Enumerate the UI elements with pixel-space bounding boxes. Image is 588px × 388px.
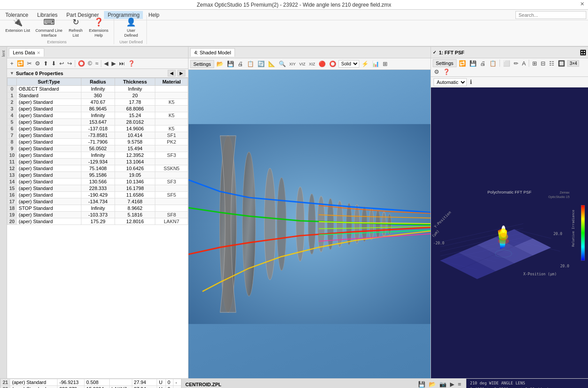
lens-tool-6[interactable]: ⬇ <box>50 60 58 67</box>
model-tool-misc3[interactable]: ⊞ <box>381 60 389 68</box>
refresh-list-button[interactable]: ↻ RefreshList <box>66 15 85 39</box>
model-tool-axis[interactable]: 📐 <box>267 60 277 68</box>
table-row[interactable]: 7 (aper) Standard -73.8581 10.414 SF1 <box>8 132 188 139</box>
lens-tool-c[interactable]: © <box>87 60 94 67</box>
radius: 56.0502 <box>81 145 115 152</box>
lens-tool-circle[interactable]: ⭕ <box>77 60 86 67</box>
model-tool-zoom[interactable]: 🔍 <box>277 60 287 68</box>
table-row[interactable]: 20 (aper) Standard 175.29 12.8016 LAKN7 <box>8 218 188 225</box>
centroid-tool4[interactable]: ▶ <box>449 380 456 388</box>
table-row[interactable]: 16 (aper) Standard -190.429 11.6586 SF5 <box>8 192 188 198</box>
fft-settings-btn[interactable]: Settings <box>433 59 457 67</box>
table-row[interactable]: 0 OBJECT Standard Infinity Infinity <box>8 86 188 92</box>
model-tool-copy[interactable]: 📋 <box>246 60 255 68</box>
svg-rect-51 <box>581 205 584 260</box>
prev-surface-btn[interactable]: ◀ <box>168 70 176 76</box>
table-row[interactable]: 9 (aper) Standard 56.0502 15.494 <box>8 145 188 152</box>
vtab-item[interactable]: lent <box>0 49 7 59</box>
add-surface-btn[interactable]: + <box>9 60 15 67</box>
model-tool-save[interactable]: 💾 <box>226 60 235 68</box>
table-row[interactable]: 13 (aper) Standard 95.1586 19.05 <box>8 172 188 179</box>
fft-dropdown[interactable]: Automatic <box>434 78 467 86</box>
table-row[interactable]: 4 (aper) Standard Infinity 15.24 K5 <box>8 112 188 119</box>
fft-info-line2: 0.4860 to 0.6560 µm at 0.00 (deg). <box>470 387 588 388</box>
table-row[interactable]: 22 (aper) Standard 220.378 15.9004 LAKN7… <box>1 386 181 388</box>
model-tool-r2[interactable]: ⭕ <box>328 60 338 68</box>
extensions-help-button[interactable]: ❓ ExtensionsHelp <box>87 15 110 39</box>
lens-tool-8[interactable]: ↪ <box>66 60 73 67</box>
lens-tool-right[interactable]: ▶ <box>110 60 117 67</box>
lens-tool-5[interactable]: ⬆ <box>42 60 50 67</box>
table-row[interactable]: 6 (aper) Standard -137.018 14.9606 K5 <box>8 126 188 132</box>
fft-tool-pen[interactable]: ✏ <box>512 60 520 67</box>
model-tab[interactable]: 4: Shaded Model <box>190 48 235 57</box>
fft-tool-grid4[interactable]: 🔲 <box>557 60 566 67</box>
model-tool-xiz[interactable]: XIZ <box>307 61 316 67</box>
fft-plot-title: Polychromatic FFT PSF <box>488 190 532 194</box>
fft-info-btn[interactable]: ℹ <box>469 78 473 86</box>
lens-tool-3[interactable]: ✂ <box>26 60 33 67</box>
table-row[interactable]: 8 (aper) Standard -71.7906 9.5758 PK2 <box>8 139 188 145</box>
extension-list-button[interactable]: 🔌 Extension List <box>4 15 32 39</box>
lens-tool-left[interactable]: ◀ <box>103 60 110 67</box>
model-tool-misc1[interactable]: ⚡ <box>360 60 370 68</box>
fft-tool-grid1[interactable]: ⊞ <box>531 60 538 67</box>
fft-tool-text[interactable]: A <box>521 60 527 67</box>
centroid-save[interactable]: 💾 <box>417 380 427 388</box>
fft-tool-line[interactable]: ⬜ <box>502 60 511 67</box>
fft-tool-1[interactable]: 🔁 <box>457 60 467 67</box>
search-input[interactable] <box>515 11 586 19</box>
collapse-icon[interactable]: ▼ <box>10 71 14 76</box>
next-surface-btn[interactable]: ▶ <box>177 70 185 76</box>
lens-tab-close[interactable]: ✕ <box>37 50 40 55</box>
centroid-open[interactable]: 📂 <box>427 380 437 388</box>
table-row[interactable]: 14 (aper) Standard 130.566 10.1346 SF3 <box>8 179 188 185</box>
table-row[interactable]: 17 (aper) Standard -134.734 7.4168 <box>8 198 188 205</box>
table-row[interactable]: 15 (aper) Standard 228.333 16.1798 <box>8 185 188 192</box>
table-row[interactable]: 5 (aper) Standard 153.647 28.0162 <box>8 119 188 126</box>
command-line-button[interactable]: ⌨ Command LineInterface <box>34 15 64 39</box>
lens-table-container[interactable]: Surf:Type Radius Thickness Material 0 OB… <box>7 78 188 378</box>
model-tool-xyz[interactable]: XIY <box>288 61 297 67</box>
fft-expand[interactable]: ⊞ <box>580 48 586 57</box>
lens-tool-2[interactable]: 🔁 <box>15 60 25 67</box>
centroid-tool3[interactable]: 📷 <box>438 380 448 388</box>
fft-tool-4[interactable]: 📋 <box>488 60 498 67</box>
model-tool-r1[interactable]: 🔴 <box>317 60 327 68</box>
lens-tool-7[interactable]: ↩ <box>58 60 65 67</box>
fft-tool-grid2[interactable]: ⊟ <box>539 60 547 67</box>
table-row[interactable]: 21 (aper) Standard -96.9213 0.508 27.94 … <box>1 379 181 386</box>
table-row[interactable]: 19 (aper) Standard -103.373 5.1816 SF8 <box>8 212 188 218</box>
solid-dropdown[interactable]: Solid Wire <box>338 60 359 68</box>
lens-tool-4[interactable]: ⚙ <box>34 60 42 67</box>
centroid-tool5[interactable]: ≡ <box>457 380 463 388</box>
model-tool-misc2[interactable]: 📊 <box>371 60 380 68</box>
menu-help[interactable]: Help <box>145 11 163 19</box>
fft-check[interactable]: ✓ <box>433 50 436 55</box>
lens-tool-wave[interactable]: ≈ <box>94 60 100 67</box>
thickness: 14.9606 <box>115 126 155 132</box>
lens-data-tab[interactable]: Lens Data ✕ <box>9 48 44 57</box>
table-row[interactable]: 2 (aper) Standard 470.67 17.78 K5 <box>8 99 188 106</box>
model-tool-open[interactable]: 📂 <box>215 60 225 68</box>
model-tool-print[interactable]: 🖨 <box>236 60 245 68</box>
model-tool-viz[interactable]: VIZ <box>298 61 307 67</box>
fft-tool-settings2[interactable]: ⚙ <box>433 68 441 76</box>
lens-tool-help[interactable]: ❓ <box>127 60 136 67</box>
table-row[interactable]: 12 (aper) Standard 75.1408 10.6426 SSKN5 <box>8 165 188 172</box>
bottom-lens-table[interactable]: 21 (aper) Standard -96.9213 0.508 27.94 … <box>0 379 182 388</box>
table-row[interactable]: 18 STOP Standard Infinity 8.9662 <box>8 205 188 212</box>
table-row[interactable]: 1 Standard 360 20 <box>8 92 188 99</box>
table-row[interactable]: 3 (aper) Standard 86.9645 68.8086 <box>8 106 188 112</box>
fft-tool-grid3[interactable]: ☷ <box>548 60 556 67</box>
user-defined-button[interactable]: 👤 UserDefined <box>121 15 141 39</box>
model-tool-rotate[interactable]: 🔄 <box>256 60 266 68</box>
table-row[interactable]: 11 (aper) Standard -129.934 13.1064 <box>8 159 188 165</box>
table-row[interactable]: 10 (aper) Standard Infinity 12.3952 SF3 <box>8 152 188 159</box>
fft-tool-3[interactable]: 🖨 <box>479 60 487 67</box>
lens-tool-skip[interactable]: ⏭ <box>118 60 126 67</box>
close-button[interactable]: ✕ <box>580 1 584 7</box>
fft-tool-help[interactable]: ❓ <box>442 68 451 76</box>
model-settings-btn[interactable]: Settings <box>190 60 214 68</box>
fft-tool-2[interactable]: 💾 <box>468 60 478 67</box>
